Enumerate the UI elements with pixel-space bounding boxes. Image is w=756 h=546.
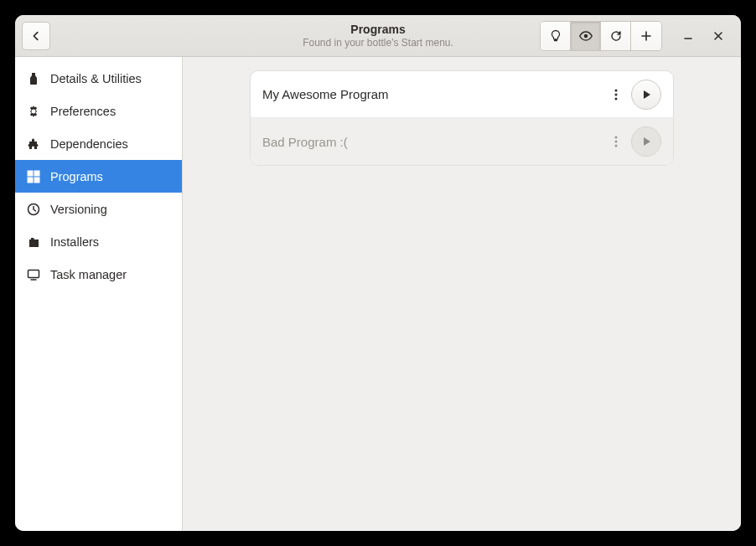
hint-button[interactable] <box>541 22 571 50</box>
titlebar: Programs Found in your bottle's Start me… <box>15 15 741 57</box>
package-icon <box>27 235 40 249</box>
svg-point-10 <box>615 136 618 139</box>
lightbulb-icon <box>549 29 562 43</box>
sidebar: Details & Utilities Preferences Dependen… <box>15 57 183 531</box>
minimize-button[interactable] <box>681 28 696 44</box>
sidebar-item-label: Installers <box>50 235 99 249</box>
sidebar-item-label: Dependencies <box>50 137 128 151</box>
sidebar-item-versioning[interactable]: Versioning <box>15 193 182 225</box>
sidebar-item-preferences[interactable]: Preferences <box>15 95 182 127</box>
run-program-button[interactable] <box>631 126 661 157</box>
svg-rect-4 <box>34 178 39 183</box>
kebab-icon <box>614 88 618 101</box>
clock-icon <box>27 203 40 216</box>
sidebar-item-taskmgr[interactable]: Task manager <box>15 258 182 291</box>
gear-icon <box>27 105 40 118</box>
svg-point-11 <box>615 141 618 143</box>
refresh-icon <box>609 29 623 43</box>
svg-rect-3 <box>28 178 33 183</box>
program-name: Bad Program :( <box>262 135 606 149</box>
window: Programs Found in your bottle's Start me… <box>15 15 741 531</box>
window-controls <box>681 28 726 44</box>
program-menu-button[interactable] <box>606 88 626 101</box>
sidebar-item-details[interactable]: Details & Utilities <box>15 62 182 95</box>
program-row-disabled[interactable]: Bad Program :( <box>251 118 673 165</box>
plus-icon <box>639 29 653 43</box>
main-content: My Awesome Program Bad Program :( <box>183 57 741 531</box>
sidebar-item-programs[interactable]: Programs <box>15 160 182 193</box>
sidebar-item-label: Task manager <box>50 268 127 281</box>
puzzle-icon <box>27 137 40 151</box>
toolbar <box>540 21 734 51</box>
sidebar-item-dependencies[interactable]: Dependencies <box>15 127 182 160</box>
program-row[interactable]: My Awesome Program <box>251 71 673 118</box>
sidebar-item-label: Programs <box>50 170 103 183</box>
bottle-icon <box>27 72 40 85</box>
program-name: My Awesome Program <box>262 87 606 101</box>
toolbar-linked-buttons <box>540 21 662 51</box>
svg-rect-6 <box>28 270 39 277</box>
run-program-button[interactable] <box>631 80 661 110</box>
sidebar-item-installers[interactable]: Installers <box>15 225 182 258</box>
play-icon <box>640 89 652 100</box>
close-icon <box>713 31 723 41</box>
svg-point-12 <box>615 145 618 147</box>
svg-point-0 <box>583 33 588 38</box>
close-button[interactable] <box>711 28 726 44</box>
eye-icon <box>578 28 593 44</box>
svg-point-8 <box>615 93 618 95</box>
sidebar-item-label: Details & Utilities <box>50 72 142 85</box>
sidebar-item-label: Preferences <box>50 105 116 118</box>
svg-point-7 <box>615 89 618 91</box>
program-menu-button[interactable] <box>606 135 626 148</box>
programs-list: My Awesome Program Bad Program :( <box>250 70 674 166</box>
body: Details & Utilities Preferences Dependen… <box>15 57 741 531</box>
add-button[interactable] <box>631 22 661 50</box>
visibility-button[interactable] <box>571 22 601 50</box>
play-icon <box>640 136 652 147</box>
grid-icon <box>27 170 40 183</box>
chevron-left-icon <box>30 30 42 42</box>
svg-rect-2 <box>34 171 39 176</box>
svg-point-9 <box>615 97 618 100</box>
refresh-button[interactable] <box>601 22 631 50</box>
sidebar-item-label: Versioning <box>50 203 107 216</box>
minimize-icon <box>683 31 693 41</box>
monitor-icon <box>27 268 40 281</box>
svg-rect-1 <box>28 171 33 176</box>
kebab-icon <box>614 135 618 148</box>
back-button[interactable] <box>22 22 50 50</box>
